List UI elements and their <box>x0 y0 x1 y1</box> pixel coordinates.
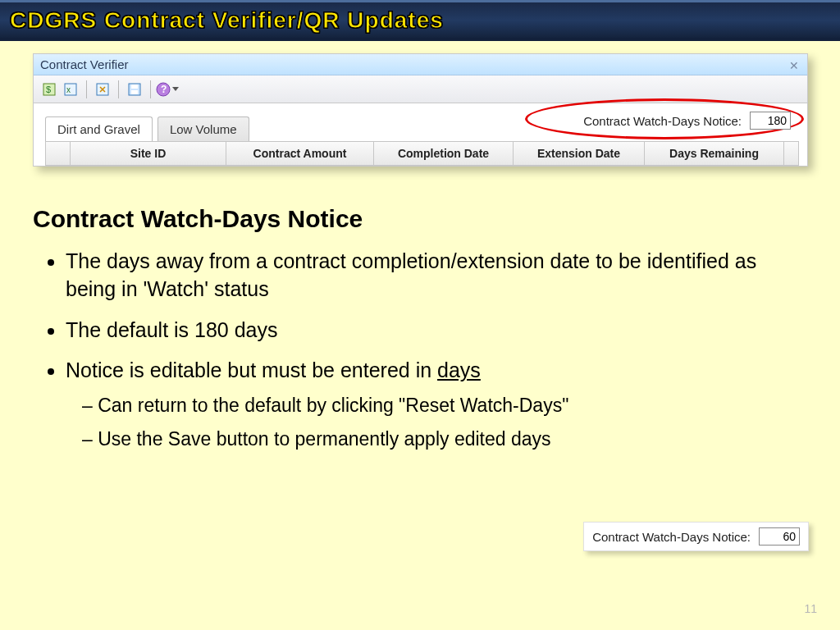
bullet-item: Notice is editable but must be entered i… <box>66 357 804 452</box>
save-icon[interactable] <box>124 79 145 100</box>
bullet-item: The default is 180 days <box>66 317 804 345</box>
tab-low-volume[interactable]: Low Volume <box>158 116 249 141</box>
help-icon[interactable]: ? <box>156 79 179 100</box>
slide-banner: CDGRS Contract Verifier/QR Updates <box>0 0 840 41</box>
column-header: Contract Amount <box>226 142 374 165</box>
bullet-text: Notice is editable but must be entered i… <box>66 358 437 381</box>
slide-body: Contract Watch-Days Notice The days away… <box>33 205 804 465</box>
example-input[interactable] <box>759 527 800 546</box>
reset-watchdays-icon[interactable] <box>92 79 113 100</box>
toolbar: $ x ? <box>34 75 807 103</box>
watchdays-example-box: Contract Watch-Days Notice: <box>583 522 809 551</box>
sub-bullet-item: Use the Save button to permanently apply… <box>82 427 804 452</box>
svg-rect-6 <box>131 84 138 89</box>
tab-dirt-and-gravel[interactable]: Dirt and Gravel <box>45 116 153 141</box>
sub-bullet-list: Can return to the default by clicking "R… <box>82 393 804 452</box>
close-icon[interactable]: ✕ <box>789 59 801 71</box>
grid-header: Site ID Contract Amount Completion Date … <box>45 141 799 166</box>
toolbar-separator <box>86 80 87 98</box>
svg-text:x: x <box>66 85 71 94</box>
page-number: 11 <box>804 602 817 615</box>
watchdays-label: Contract Watch-Days Notice: <box>583 114 742 128</box>
bullet-item: The days away from a contract completion… <box>66 248 804 304</box>
bullet-list: The days away from a contract completion… <box>66 248 804 452</box>
window-titlebar: Contract Verifier ✕ <box>34 54 807 75</box>
window-title: Contract Verifier <box>40 57 129 71</box>
contract-verifier-window: Contract Verifier ✕ $ x ? Contract Watch… <box>33 53 808 167</box>
body-heading: Contract Watch-Days Notice <box>33 205 804 233</box>
banner-title: CDGRS Contract Verifier/QR Updates <box>10 7 444 34</box>
svg-rect-7 <box>131 90 138 94</box>
column-header: Site ID <box>71 142 226 165</box>
column-header: Extension Date <box>514 142 645 165</box>
underlined-word: days <box>437 358 481 381</box>
column-header <box>46 142 71 165</box>
watchdays-notice-field: Contract Watch-Days Notice: <box>583 112 791 130</box>
svg-text:$: $ <box>46 84 51 94</box>
watchdays-input[interactable] <box>750 112 791 130</box>
toolbar-separator <box>150 80 151 98</box>
column-header: Days Remaining <box>645 142 784 165</box>
chevron-down-icon <box>172 87 179 91</box>
example-label: Contract Watch-Days Notice: <box>592 530 751 544</box>
toolbar-separator <box>118 80 119 98</box>
refresh-icon[interactable]: $ <box>39 79 60 100</box>
svg-text:?: ? <box>161 84 167 95</box>
sub-bullet-item: Can return to the default by clicking "R… <box>82 393 804 418</box>
window-content: Contract Watch-Days Notice: Dirt and Gra… <box>34 103 807 166</box>
column-header: Completion Date <box>374 142 514 165</box>
export-excel-icon[interactable]: x <box>60 79 81 100</box>
